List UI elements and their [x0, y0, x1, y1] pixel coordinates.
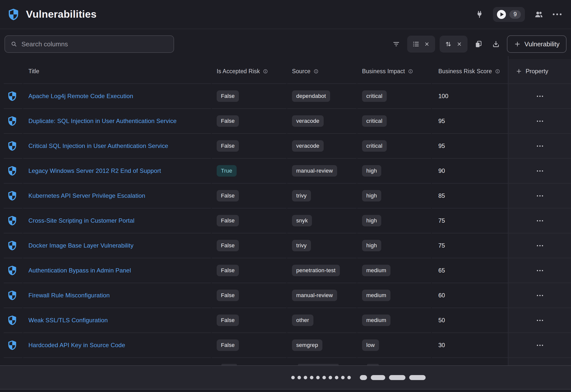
row-actions-cell — [509, 233, 571, 258]
column-header-icon-spacer — [4, 59, 22, 84]
row-source-cell: veracode — [287, 134, 357, 159]
table-row: Critical SQL Injection in User Authentic… — [0, 134, 571, 159]
plus-icon — [514, 41, 521, 48]
clear-list-button[interactable] — [424, 36, 430, 53]
vulnerability-title-link[interactable]: Legacy Windows Server 2012 R2 End of Sup… — [28, 167, 161, 174]
vulnerability-title-link[interactable]: Critical SQL Injection in User Authentic… — [28, 142, 168, 149]
run-count-badge: 9 — [509, 10, 521, 19]
skeleton-dot — [304, 376, 307, 379]
row-actions-cell — [509, 134, 571, 159]
source-badge: other — [292, 315, 313, 326]
row-actions-button[interactable] — [534, 218, 546, 224]
source-badge: trivy — [292, 240, 311, 251]
row-title-cell: Duplicate: SQL Injection in User Authent… — [23, 109, 211, 134]
row-impact-cell: low — [357, 333, 431, 358]
table-row: Cross-Site Scripting in Customer Portal … — [0, 208, 571, 233]
column-label: Title — [28, 68, 39, 75]
row-actions-button[interactable] — [534, 93, 546, 99]
row-actions-button[interactable] — [534, 342, 546, 348]
row-actions-button[interactable] — [534, 193, 546, 199]
vulnerability-title-link[interactable]: Firewall Rule Misconfiguration — [28, 292, 110, 299]
skeleton-dot — [341, 376, 345, 379]
add-property-button[interactable]: Property — [509, 68, 548, 75]
skeleton-pill — [360, 375, 367, 380]
row-icon-cell — [4, 159, 22, 184]
plug-integrations-button[interactable] — [476, 10, 483, 18]
column-header-source: Source — [287, 59, 357, 84]
row-accepted-cell: False — [212, 84, 286, 109]
row-actions-button[interactable] — [534, 292, 546, 299]
column-label: Is Accepted Risk — [217, 68, 260, 75]
filter-icon — [392, 40, 400, 48]
clear-sort-button[interactable] — [456, 36, 463, 53]
search-icon — [10, 41, 17, 48]
users-button[interactable] — [534, 10, 543, 19]
search-box[interactable] — [4, 35, 174, 53]
row-title-cell: Cross-Site Scripting in Customer Portal — [23, 208, 211, 233]
info-icon[interactable] — [263, 68, 268, 74]
table-row: Duplicate: SQL Injection in User Authent… — [0, 109, 571, 134]
row-actions-cell — [509, 109, 571, 134]
skeleton-dot — [347, 376, 351, 379]
sort-button[interactable] — [445, 36, 452, 53]
row-icon-cell — [4, 208, 22, 233]
row-impact-cell: medium — [357, 283, 431, 308]
column-header-business-risk-score: Business Risk Score — [432, 59, 508, 84]
list-view-button[interactable] — [412, 36, 420, 53]
row-actions-button[interactable] — [534, 118, 546, 124]
vulnerability-shield-icon — [7, 241, 17, 251]
row-actions-button[interactable] — [534, 243, 546, 249]
row-actions-button[interactable] — [534, 168, 546, 174]
row-title-cell: Kubernetes API Server Privilege Escalati… — [23, 184, 211, 208]
copy-button[interactable] — [472, 38, 485, 51]
close-icon — [456, 41, 463, 47]
search-input[interactable] — [21, 40, 168, 48]
filter-button[interactable] — [390, 38, 403, 51]
vulnerability-shield-icon — [7, 166, 17, 176]
vulnerability-title-link[interactable]: Authentication Bypass in Admin Panel — [28, 267, 131, 274]
vulnerability-title-link[interactable]: Cross-Site Scripting in Customer Portal — [28, 217, 134, 224]
vulnerability-title-link[interactable]: Kubernetes API Server Privilege Escalati… — [28, 192, 145, 199]
vulnerability-title-link[interactable]: Docker Image Base Layer Vulnerability — [28, 242, 133, 249]
row-impact-cell: high — [357, 233, 431, 258]
vulnerability-title-link[interactable]: Apache Log4j Remote Code Execution — [28, 93, 133, 100]
source-badge: manual-review — [292, 290, 337, 301]
info-icon[interactable] — [408, 68, 413, 74]
business-risk-score-value: 65 — [438, 267, 445, 274]
business-risk-score-value: 60 — [438, 292, 445, 299]
business-impact-badge: high — [362, 190, 381, 201]
vulnerability-title-link[interactable]: Duplicate: SQL Injection in User Authent… — [28, 118, 177, 125]
row-source-cell: manual-review — [287, 283, 357, 308]
row-accepted-cell: True — [212, 159, 286, 184]
source-badge: snyk — [292, 215, 312, 226]
row-actions-button[interactable] — [534, 267, 546, 274]
runs-button[interactable]: 9 — [493, 7, 525, 22]
business-impact-badge: critical — [362, 115, 387, 127]
skeleton-pill — [409, 375, 426, 380]
table-row: Apache Log4j Remote Code Execution False… — [0, 84, 571, 109]
download-button[interactable] — [489, 38, 502, 51]
more-menu-icon — [553, 13, 555, 15]
row-score-cell: 50 — [432, 308, 508, 333]
info-icon[interactable] — [495, 68, 500, 74]
row-title-cell: Authentication Bypass in Admin Panel — [23, 258, 211, 283]
vulnerabilities-page: Vulnerabilities 9 — [0, 0, 571, 392]
info-icon[interactable] — [313, 68, 319, 74]
vulnerability-title-link[interactable]: Weak SSL/TLS Configuration — [28, 317, 108, 324]
sort-chip — [440, 36, 468, 53]
add-vulnerability-button[interactable]: Vulnerability — [507, 35, 567, 53]
source-badge: trivy — [292, 190, 311, 201]
skeleton-dot — [291, 376, 295, 379]
vulnerability-shield-icon — [7, 116, 17, 126]
more-menu-button[interactable] — [553, 13, 562, 15]
business-impact-badge: low — [362, 339, 379, 351]
row-impact-cell: medium — [357, 308, 431, 333]
vulnerability-title-link[interactable]: Hardcoded API Key in Source Code — [28, 342, 125, 349]
row-score-cell: 95 — [432, 134, 508, 159]
row-actions-button[interactable] — [534, 143, 546, 149]
column-header-add-property: Property — [509, 59, 571, 84]
row-score-cell: 95 — [432, 109, 508, 134]
column-header-business-impact: Business Impact — [357, 59, 431, 84]
is-accepted-risk-badge: False — [217, 240, 239, 251]
row-actions-button[interactable] — [534, 317, 546, 324]
